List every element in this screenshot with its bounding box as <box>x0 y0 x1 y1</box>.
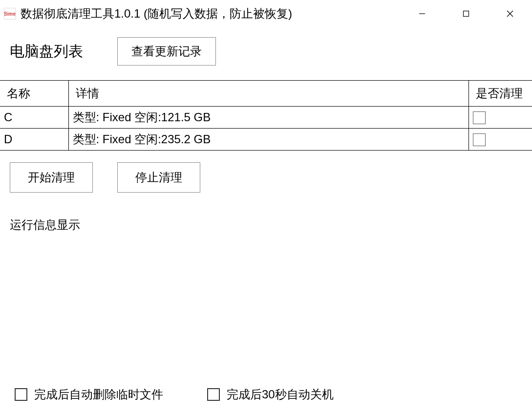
option-label: 完成后30秒自动关机 <box>227 387 334 402</box>
action-row: 开始清理 停止清理 <box>10 162 522 193</box>
checkbox-icon <box>15 388 27 401</box>
option-auto-shutdown[interactable]: 完成后30秒自动关机 <box>207 387 334 402</box>
table-row[interactable]: D 类型: Fixed 空闲:235.2 GB <box>0 129 532 151</box>
stop-clean-button[interactable]: 停止清理 <box>117 162 200 193</box>
header-row: 电脑盘列表 查看更新记录 <box>10 37 522 66</box>
col-header-detail[interactable]: 详情 <box>68 81 468 107</box>
disk-table-wrap: 名称 详情 是否清理 C 类型: Fixed 空闲:121.5 GB D 类型:… <box>0 80 532 151</box>
cell-drive-clean <box>468 107 532 129</box>
option-label: 完成后自动删除临时文件 <box>34 387 163 402</box>
cell-drive-clean <box>468 129 532 151</box>
cell-drive-name: C <box>0 107 68 129</box>
minimize-button[interactable] <box>400 0 444 27</box>
close-button[interactable] <box>488 0 532 27</box>
cell-drive-detail: 类型: Fixed 空闲:235.2 GB <box>68 129 468 151</box>
disk-table: 名称 详情 是否清理 C 类型: Fixed 空闲:121.5 GB D 类型:… <box>0 80 532 151</box>
svg-rect-1 <box>464 11 469 17</box>
window-title: 数据彻底清理工具1.0.1 (随机写入数据，防止被恢复) <box>21 6 400 22</box>
clean-checkbox[interactable] <box>473 133 486 146</box>
window-controls <box>400 0 532 27</box>
maximize-button[interactable] <box>444 0 488 27</box>
clean-checkbox[interactable] <box>473 111 486 124</box>
app-icon: Sime <box>4 8 16 20</box>
col-header-name[interactable]: 名称 <box>0 81 68 107</box>
bottom-options: 完成后自动删除临时文件 完成后30秒自动关机 <box>15 387 334 402</box>
table-header-row: 名称 详情 是否清理 <box>0 81 532 107</box>
close-icon <box>506 10 514 18</box>
section-title: 电脑盘列表 <box>10 42 83 62</box>
cell-drive-detail: 类型: Fixed 空闲:121.5 GB <box>68 107 468 129</box>
checkbox-icon <box>207 388 220 401</box>
titlebar: Sime 数据彻底清理工具1.0.1 (随机写入数据，防止被恢复) <box>0 0 532 27</box>
col-header-clean[interactable]: 是否清理 <box>468 81 532 107</box>
option-auto-delete-temp[interactable]: 完成后自动删除临时文件 <box>15 387 163 402</box>
minimize-icon <box>419 10 426 17</box>
changelog-button[interactable]: 查看更新记录 <box>117 37 216 66</box>
runtime-info-label: 运行信息显示 <box>10 217 522 233</box>
table-row[interactable]: C 类型: Fixed 空闲:121.5 GB <box>0 107 532 129</box>
maximize-icon <box>463 10 469 17</box>
cell-drive-name: D <box>0 129 68 151</box>
content-area: 电脑盘列表 查看更新记录 名称 详情 是否清理 C 类型: Fixed 空闲:1… <box>0 27 532 233</box>
start-clean-button[interactable]: 开始清理 <box>10 162 93 193</box>
